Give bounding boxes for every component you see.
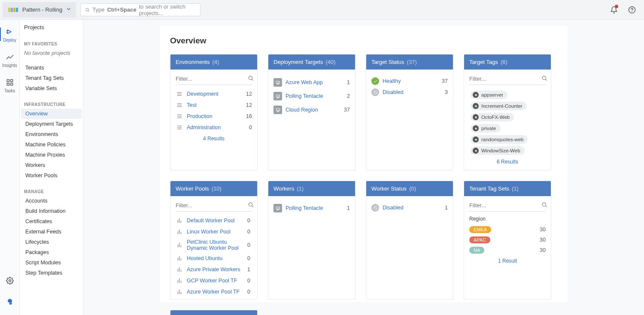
sidebar-step-templates[interactable]: Step Templates bbox=[21, 268, 82, 278]
card-header[interactable]: Worker Status (0) bbox=[366, 181, 453, 196]
filter-field[interactable] bbox=[176, 200, 248, 211]
rail-insights[interactable]: Insights bbox=[2, 53, 17, 68]
sidebar-packages[interactable]: Packages bbox=[21, 247, 82, 257]
chevron-down-icon bbox=[66, 6, 72, 13]
filter-field[interactable] bbox=[176, 73, 248, 85]
sidebar-overview[interactable]: Overview bbox=[21, 109, 82, 119]
brand-button[interactable] bbox=[3, 295, 17, 309]
region-row[interactable]: APAC 30 bbox=[469, 235, 546, 245]
status-row-disabled[interactable]: Disabled 3 bbox=[371, 87, 448, 98]
rail-tasks[interactable]: Tasks bbox=[4, 78, 15, 93]
sidebar-workers[interactable]: Workers bbox=[21, 160, 82, 170]
worker-pools-card: Worker Pools (10) Default Worker Pool 0 … bbox=[170, 181, 258, 300]
target-tag[interactable]: WindowSize-Web bbox=[471, 146, 525, 155]
card-header[interactable]: Environments (4) bbox=[170, 55, 257, 70]
worker-pool-row[interactable]: Linux Worker Pool 0 bbox=[176, 226, 250, 237]
target-tag[interactable]: private bbox=[471, 124, 501, 133]
card-header[interactable]: Target Tags (6) bbox=[464, 55, 551, 70]
insights-icon bbox=[6, 53, 14, 61]
svg-rect-4 bbox=[7, 79, 9, 82]
card-header[interactable]: Workers (1) bbox=[268, 181, 355, 196]
status-row-healthy[interactable]: Healthy 37 bbox=[371, 76, 448, 87]
filter-field[interactable] bbox=[469, 73, 541, 85]
target-row[interactable]: Cloud Region 37 bbox=[273, 103, 350, 117]
sidebar-certificates[interactable]: Certificates bbox=[21, 216, 82, 227]
target-tag[interactable]: appserver bbox=[471, 91, 507, 99]
tag-icon bbox=[473, 125, 479, 131]
sidebar-machine-policies[interactable]: Machine Policies bbox=[21, 139, 82, 150]
region-row[interactable]: EMEA 30 bbox=[469, 224, 546, 235]
card-header[interactable]: Deployment Targets (40) bbox=[268, 55, 355, 70]
worker-pool-count: 0 bbox=[247, 255, 250, 261]
sidebar-worker-pools[interactable]: Worker Pools bbox=[21, 170, 82, 181]
list-icon bbox=[176, 124, 183, 131]
svg-rect-7 bbox=[10, 83, 12, 85]
worker-count: 1 bbox=[347, 205, 350, 211]
card-header[interactable]: Worker Pools (10) bbox=[170, 181, 257, 196]
sidebar-accounts[interactable]: Accounts bbox=[21, 196, 82, 206]
card-header[interactable]: Target Status (37) bbox=[366, 55, 453, 70]
environment-count: 16 bbox=[246, 113, 252, 119]
status-count: 37 bbox=[442, 78, 448, 84]
rail-deploy[interactable]: Deploy bbox=[3, 27, 16, 42]
sidebar-environments[interactable]: Environments bbox=[21, 129, 82, 139]
filter-input[interactable] bbox=[176, 73, 252, 85]
results-link[interactable]: 1 Result bbox=[469, 255, 546, 265]
sidebar-tenant-tag-sets[interactable]: Tenant Tag Sets bbox=[21, 73, 82, 83]
environment-row[interactable]: Production 16 bbox=[176, 111, 252, 122]
sidebar-tenants[interactable]: Tenants bbox=[21, 63, 82, 73]
results-link[interactable]: 6 Results bbox=[469, 156, 546, 166]
filter-input[interactable] bbox=[176, 200, 252, 212]
sidebar-lifecycles[interactable]: Lifecycles bbox=[21, 237, 82, 247]
rail-label: Insights bbox=[2, 63, 17, 68]
status-row-disabled[interactable]: Disabled 1 bbox=[371, 202, 448, 213]
target-tag[interactable]: randomquotes-web bbox=[471, 135, 528, 144]
svg-line-1 bbox=[88, 11, 89, 12]
target-count: 1 bbox=[347, 79, 350, 85]
card-header[interactable]: Tenants (3) bbox=[170, 310, 257, 315]
worker-pool-row[interactable]: PetClinic Ubuntu Dynamic Worker Pool 0 bbox=[176, 237, 250, 253]
target-tags-card: Target Tags (6) appserverIncrement-Count… bbox=[464, 54, 551, 170]
search-input[interactable]: Type Ctrl+Space to search or switch proj… bbox=[80, 3, 200, 16]
worker-pool-row[interactable]: Azure Private Workers 1 bbox=[176, 264, 250, 275]
environment-row[interactable]: Development 12 bbox=[176, 88, 252, 100]
tag-label: appserver bbox=[481, 92, 503, 97]
sidebar-external-feeds[interactable]: External Feeds bbox=[21, 227, 82, 237]
target-name: Cloud Region bbox=[286, 107, 340, 113]
worker-pool-row[interactable]: Azure Worker Pool TF 0 bbox=[176, 286, 250, 295]
sidebar-variable-sets[interactable]: Variable Sets bbox=[21, 83, 82, 94]
filter-field[interactable] bbox=[469, 200, 541, 211]
environment-row[interactable]: Administration 0 bbox=[176, 122, 252, 133]
help-button[interactable] bbox=[625, 3, 639, 17]
notification-dot bbox=[615, 5, 618, 8]
worker-pool-row[interactable]: GCP Worker Pool TF 0 bbox=[176, 275, 250, 286]
filter-input[interactable] bbox=[469, 200, 546, 212]
target-tag[interactable]: Increment-Counter bbox=[471, 102, 527, 110]
project-switcher[interactable]: Pattern - Rolling bbox=[3, 2, 76, 18]
region-row[interactable]: NA 30 bbox=[469, 245, 546, 255]
svg-rect-6 bbox=[7, 83, 9, 85]
target-tag[interactable]: OctoFX-Web bbox=[471, 113, 514, 121]
environment-row[interactable]: Test 12 bbox=[176, 100, 252, 111]
sidebar-build-information[interactable]: Build Information bbox=[21, 206, 82, 216]
worker-pool-row[interactable]: Default Worker Pool 0 bbox=[176, 215, 250, 226]
sidebar-script-modules[interactable]: Script Modules bbox=[21, 257, 82, 268]
target-row[interactable]: Azure Web App 1 bbox=[273, 76, 350, 89]
card-title: Workers bbox=[273, 185, 294, 192]
target-row[interactable]: Polling Tentacle 2 bbox=[273, 89, 350, 103]
page-title: Overview bbox=[160, 34, 568, 54]
filter-input[interactable] bbox=[469, 73, 546, 85]
settings-button[interactable] bbox=[3, 274, 17, 288]
sidebar-machine-proxies[interactable]: Machine Proxies bbox=[21, 150, 82, 160]
worker-row[interactable]: Polling Tentacle 1 bbox=[273, 202, 350, 214]
sidebar-deployment-targets[interactable]: Deployment Targets bbox=[21, 119, 82, 129]
environment-name: Test bbox=[187, 102, 243, 108]
pool-icon bbox=[176, 228, 183, 236]
svg-point-9 bbox=[249, 76, 252, 79]
worker-pool-row[interactable]: Hosted Ubuntu 0 bbox=[176, 253, 250, 264]
sidebar-projects[interactable]: Projects bbox=[20, 20, 83, 33]
results-link[interactable]: 4 Results bbox=[176, 133, 252, 142]
notifications-button[interactable] bbox=[607, 3, 621, 17]
card-header[interactable]: Tenant Tag Sets (1) bbox=[464, 181, 551, 196]
search-text-prefix: Type bbox=[92, 6, 104, 13]
